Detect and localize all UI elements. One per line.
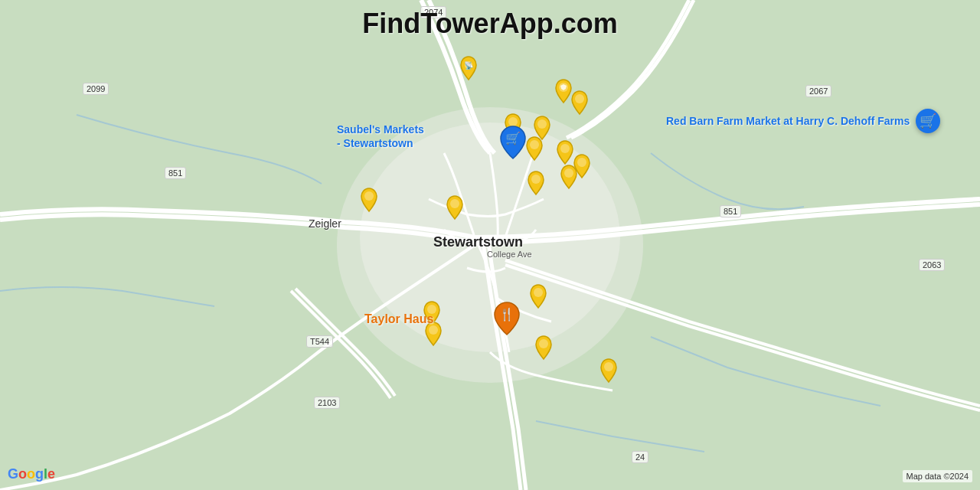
page-title: FindTowerApp.com [362,8,617,40]
red-barn-label[interactable]: Red Barn Farm Market at Harry C. Dehoff … [666,109,940,133]
taylor-haus-pin[interactable]: 🍴 [493,301,521,336]
saubels-label[interactable]: Saubel's Markets- Stewartstown [337,122,424,150]
tower-marker-6[interactable] [524,136,544,165]
stewartstown-label: Stewartstown [433,234,523,250]
svg-text:🛒: 🛒 [505,131,521,145]
svg-text:🍴: 🍴 [499,307,514,322]
road-label-2067: 2067 [805,85,831,97]
tower-marker-1[interactable]: 📡 [459,55,479,84]
road-label-t544: T544 [306,335,333,348]
svg-point-18 [429,325,438,335]
road-label-24: 24 [632,451,648,463]
google-logo: Google [8,466,55,482]
tower-marker-17[interactable] [599,358,619,387]
svg-point-13 [531,175,541,184]
svg-point-12 [564,168,573,178]
taylor-haus-label[interactable]: Taylor Haus [364,312,433,326]
svg-point-19 [539,339,548,348]
tower-marker-12[interactable] [445,194,465,224]
zeigler-label: Zeigler [309,217,341,230]
svg-point-9 [530,140,539,149]
svg-point-20 [604,362,613,371]
road-label-2099: 2099 [83,83,109,95]
svg-point-17 [534,288,543,297]
tower-marker-3[interactable] [570,90,590,119]
svg-point-10 [560,144,570,153]
map-container: FindTowerApp.com 2074 2099 851 851 2067 … [0,0,980,490]
saubels-pin[interactable]: 🛒 [499,125,527,160]
svg-point-6 [575,94,584,103]
college-ave-label: College Ave [487,250,532,259]
svg-point-8 [537,119,547,129]
road-label-851-right: 851 [720,205,741,217]
tower-marker-16[interactable] [534,335,554,364]
svg-point-15 [450,199,459,208]
red-barn-cart-badge[interactable]: 🛒 [916,109,940,133]
tower-marker-10[interactable] [526,170,546,199]
map-data-label: Map data ©2024 [903,470,973,482]
svg-point-14 [364,191,374,201]
svg-text:📡: 📡 [464,60,474,70]
road-label-2103: 2103 [314,397,340,409]
tower-marker-11[interactable] [359,187,379,216]
tower-marker-14[interactable] [528,283,548,312]
road-label-851-left: 851 [165,167,186,179]
tower-marker-9[interactable] [559,164,579,193]
road-label-2063: 2063 [919,259,945,271]
